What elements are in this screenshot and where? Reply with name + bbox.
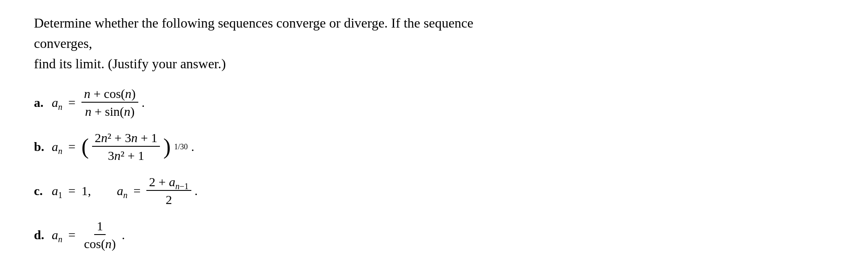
- prob-c-init: a1: [52, 184, 62, 198]
- problem-c-expr: a1 = 1, an = 2 + an−1 2 .: [52, 175, 198, 207]
- prob-b-left-paren: (: [81, 136, 89, 158]
- prob-d-numerator: 1: [94, 219, 106, 235]
- problem-a-label: a.: [34, 95, 47, 110]
- prob-b-equals: =: [66, 140, 78, 154]
- prob-a-period: .: [142, 95, 145, 110]
- intro-paragraph: Determine whether the following sequence…: [34, 13, 475, 74]
- prob-b-numerator: 2n² + 3n + 1: [92, 131, 160, 147]
- prob-c-seq-equals: =: [131, 184, 143, 198]
- prob-b-denominator: 3n² + 1: [105, 148, 147, 163]
- prob-b-fraction: 2n² + 3n + 1 3n² + 1: [92, 131, 160, 163]
- prob-a-equals: =: [66, 95, 78, 110]
- intro-line1: Determine whether the following sequence…: [34, 13, 475, 53]
- prob-d-denominator: cos(n): [81, 236, 118, 251]
- prob-c-denominator: 2: [163, 192, 174, 207]
- prob-b-right-paren: ): [163, 136, 171, 158]
- problem-d-expr: an = 1 cos(n) .: [52, 219, 125, 251]
- prob-c-init-equals: =: [66, 184, 78, 198]
- prob-c-seq-var: an: [117, 184, 127, 198]
- problem-d-label: d.: [34, 228, 47, 242]
- prob-d-fraction: 1 cos(n): [81, 219, 118, 251]
- prob-b-var: an: [52, 140, 62, 154]
- problem-b: b. an = ( 2n² + 3n + 1 3n² + 1 ) 1/30 .: [34, 131, 475, 163]
- prob-a-var: an: [52, 95, 62, 110]
- prob-d-period: .: [122, 228, 125, 242]
- prob-c-init-val: 1,: [81, 184, 91, 198]
- prob-c-numerator: 2 + an−1: [146, 175, 191, 191]
- problem-a: a. an = n + cos(n) n + sin(n) .: [34, 87, 475, 119]
- problem-b-expr: an = ( 2n² + 3n + 1 3n² + 1 ) 1/30 .: [52, 131, 194, 163]
- problem-a-expr: an = n + cos(n) n + sin(n) .: [52, 87, 145, 119]
- intro-line2: find its limit. (Justify your answer.): [34, 53, 475, 74]
- prob-a-numerator: n + cos(n): [81, 87, 138, 103]
- prob-c-period: .: [195, 184, 198, 198]
- prob-d-var: an: [52, 228, 62, 242]
- problem-d: d. an = 1 cos(n) .: [34, 219, 475, 251]
- problem-c: c. a1 = 1, an = 2 + an−1 2 .: [34, 175, 475, 207]
- prob-d-equals: =: [66, 228, 78, 242]
- prob-a-fraction: n + cos(n) n + sin(n): [81, 87, 138, 119]
- prob-b-period: .: [191, 140, 194, 154]
- problem-c-label: c.: [34, 184, 47, 198]
- prob-c-fraction: 2 + an−1 2: [146, 175, 191, 207]
- problem-b-label: b.: [34, 140, 47, 154]
- prob-a-denominator: n + sin(n): [82, 103, 137, 119]
